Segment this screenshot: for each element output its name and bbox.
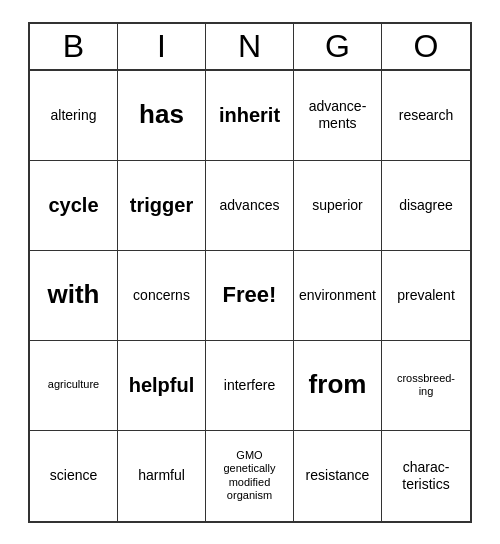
bingo-cell: Free! — [206, 251, 294, 341]
bingo-cell: cycle — [30, 161, 118, 251]
bingo-cell: altering — [30, 71, 118, 161]
bingo-cell: advance-ments — [294, 71, 382, 161]
bingo-card: BINGO alteringhasinheritadvance-mentsres… — [28, 22, 472, 523]
bingo-cell: has — [118, 71, 206, 161]
bingo-header: BINGO — [30, 24, 470, 71]
bingo-cell: from — [294, 341, 382, 431]
bingo-cell: disagree — [382, 161, 470, 251]
bingo-cell: research — [382, 71, 470, 161]
bingo-cell: with — [30, 251, 118, 341]
bingo-cell: prevalent — [382, 251, 470, 341]
bingo-cell: harmful — [118, 431, 206, 521]
header-letter: O — [382, 24, 470, 69]
bingo-cell: charac-teristics — [382, 431, 470, 521]
header-letter: N — [206, 24, 294, 69]
bingo-cell: interfere — [206, 341, 294, 431]
header-letter: I — [118, 24, 206, 69]
bingo-cell: resistance — [294, 431, 382, 521]
bingo-cell: superior — [294, 161, 382, 251]
bingo-cell: agriculture — [30, 341, 118, 431]
bingo-cell: environment — [294, 251, 382, 341]
bingo-cell: helpful — [118, 341, 206, 431]
header-letter: G — [294, 24, 382, 69]
bingo-cell: concerns — [118, 251, 206, 341]
bingo-cell: science — [30, 431, 118, 521]
bingo-cell: GMOgeneticallymodifiedorganism — [206, 431, 294, 521]
bingo-cell: crossbreed-ing — [382, 341, 470, 431]
bingo-cell: trigger — [118, 161, 206, 251]
header-letter: B — [30, 24, 118, 69]
bingo-cell: advances — [206, 161, 294, 251]
bingo-cell: inherit — [206, 71, 294, 161]
bingo-grid: alteringhasinheritadvance-mentsresearchc… — [30, 71, 470, 521]
